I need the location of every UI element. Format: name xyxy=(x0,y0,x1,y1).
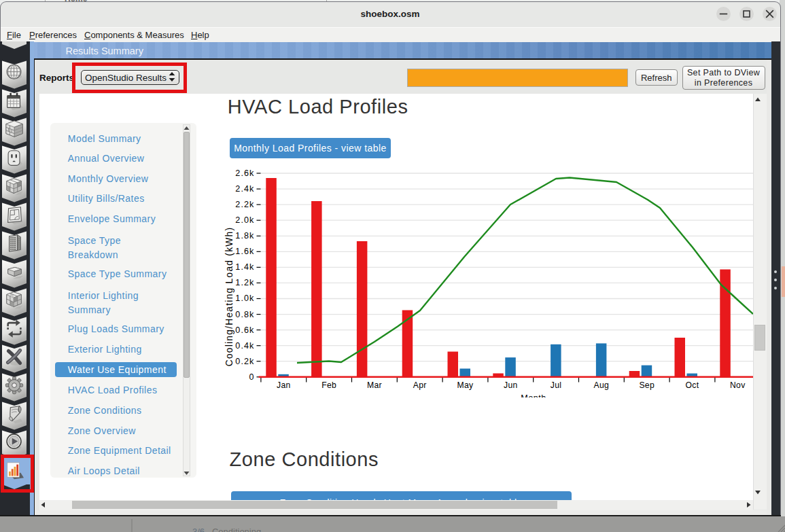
svg-text:Nov: Nov xyxy=(730,380,746,390)
svg-text:Mar: Mar xyxy=(367,380,382,390)
svg-text:2.6k: 2.6k xyxy=(235,169,254,178)
svg-text:Apr: Apr xyxy=(413,380,427,390)
svg-text:May: May xyxy=(457,380,474,390)
svg-text:1.6k: 1.6k xyxy=(235,247,254,256)
svg-text:Aug: Aug xyxy=(594,380,610,390)
svg-text:Jan: Jan xyxy=(277,380,291,390)
svg-text:2.2k: 2.2k xyxy=(235,200,254,209)
svg-text:0.8k: 0.8k xyxy=(235,310,254,319)
svg-text:0.6k: 0.6k xyxy=(235,325,254,335)
svg-text:0.2k: 0.2k xyxy=(235,357,254,366)
svg-text:Jun: Jun xyxy=(504,380,518,390)
svg-text:0: 0 xyxy=(249,372,254,382)
svg-text:Cooling/Heating Load (kWh): Cooling/Heating Load (kWh) xyxy=(224,227,234,367)
svg-text:2.4k: 2.4k xyxy=(235,184,254,194)
svg-text:1.0k: 1.0k xyxy=(235,294,254,303)
svg-text:1.8k: 1.8k xyxy=(235,231,254,241)
svg-text:1.4k: 1.4k xyxy=(235,262,254,272)
svg-text:2.0k: 2.0k xyxy=(235,215,254,225)
svg-text:Sep: Sep xyxy=(639,380,655,390)
svg-text:1.2k: 1.2k xyxy=(235,278,254,287)
svg-text:0.4k: 0.4k xyxy=(235,341,254,351)
svg-text:Feb: Feb xyxy=(321,380,336,390)
svg-text:Oct: Oct xyxy=(686,380,699,390)
svg-text:Jul: Jul xyxy=(551,380,561,390)
svg-text:Month: Month xyxy=(521,393,546,397)
